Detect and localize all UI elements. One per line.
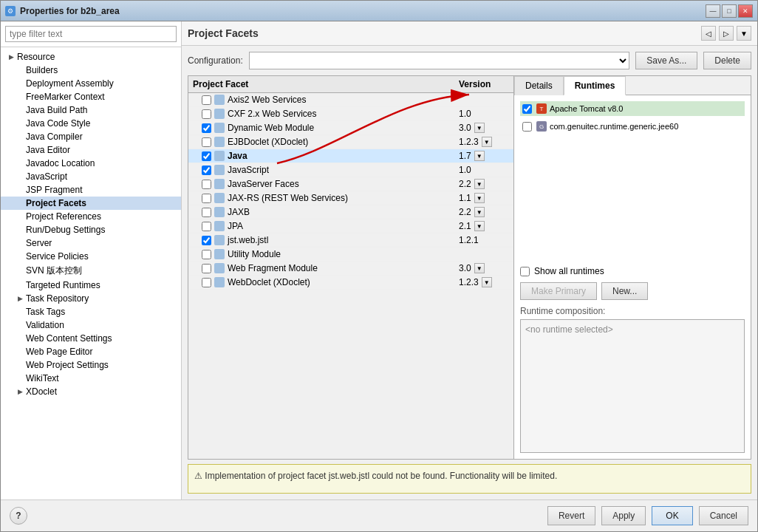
make-primary-button[interactable]: Make Primary (520, 282, 597, 300)
expand-arrow-web-content-settings (16, 334, 24, 343)
revert-button[interactable]: Revert (547, 506, 595, 525)
facet-checkbox-2[interactable] (202, 123, 211, 133)
sidebar-item-run-debug-settings[interactable]: Run/Debug Settings (1, 223, 181, 236)
sidebar-item-task-repository[interactable]: ▶Task Repository (1, 292, 181, 305)
sidebar-item-jsp-fragment[interactable]: JSP Fragment (1, 183, 181, 197)
sidebar-item-label-java-compiler: Java Compiler (26, 132, 175, 142)
facet-checkbox-5[interactable] (202, 166, 211, 175)
sidebar-item-resource[interactable]: ▶Resource (1, 50, 181, 64)
save-as-button[interactable]: Save As... (635, 52, 697, 69)
sidebar-item-label-resource: Resource (17, 52, 175, 62)
facet-version-7: 1.1 (459, 193, 471, 203)
sidebar-item-javadoc-location[interactable]: Javadoc Location (1, 157, 181, 170)
sidebar-item-svn-version-control[interactable]: SVN 版本控制 (1, 263, 181, 279)
facet-version-dropdown-3[interactable]: ▼ (482, 137, 492, 147)
config-select[interactable] (249, 52, 630, 69)
facet-checkbox-4[interactable] (202, 151, 211, 161)
facet-checkbox-8[interactable] (202, 208, 211, 217)
expand-arrow-svn-version-control (16, 267, 24, 276)
facet-checkbox-7[interactable] (202, 194, 211, 203)
sidebar-item-xdoclet[interactable]: ▶XDoclet (1, 385, 181, 398)
facet-checkbox-11[interactable] (202, 250, 211, 259)
cancel-button[interactable]: Cancel (699, 506, 748, 525)
facet-version-9: 2.1 (459, 221, 471, 231)
runtimes-panel: Details Runtimes TApache Tomcat v8.0Gcom… (514, 76, 751, 459)
sidebar-item-project-references[interactable]: Project References (1, 210, 181, 223)
facet-version-dropdown-9[interactable]: ▼ (474, 221, 485, 231)
sidebar-item-project-facets[interactable]: Project Facets (1, 197, 181, 210)
sidebar-item-java-editor[interactable]: Java Editor (1, 143, 181, 157)
runtime-label-1: com.genuitec.runtime.generic.jee60 (550, 122, 678, 131)
forward-button[interactable]: ▷ (719, 26, 734, 41)
facet-version-cell-13: 1.2.3▼ (454, 276, 513, 290)
sidebar-item-validation[interactable]: Validation (1, 318, 181, 332)
table-row: Web Fragment Module3.0▼ (188, 262, 513, 276)
delete-button[interactable]: Delete (703, 52, 751, 69)
help-button[interactable]: ? (10, 507, 27, 525)
new-runtime-button[interactable]: New... (601, 282, 648, 300)
facet-checkbox-9[interactable] (202, 222, 211, 231)
facet-version-dropdown-6[interactable]: ▼ (474, 179, 485, 189)
main-body: Configuration: Save As... Delete Project… (182, 46, 757, 499)
main-panel: Project Facets ◁ ▷ ▼ Configuration: Save… (182, 21, 757, 499)
runtime-checkbox-1[interactable] (522, 122, 532, 132)
facet-checkbox-6[interactable] (202, 180, 211, 189)
show-all-runtimes-checkbox[interactable] (520, 267, 530, 276)
minimize-button[interactable]: — (706, 4, 720, 18)
sidebar-item-label-web-page-editor: Web Page Editor (26, 347, 175, 357)
facet-checkbox-1[interactable] (202, 109, 211, 119)
sidebar-item-java-code-style[interactable]: Java Code Style (1, 117, 181, 130)
facet-version-dropdown-2[interactable]: ▼ (474, 123, 485, 133)
menu-button[interactable]: ▼ (737, 26, 751, 41)
facet-checkbox-3[interactable] (202, 137, 211, 147)
facet-icon-11 (214, 249, 225, 259)
sidebar-item-wikitext[interactable]: WikiText (1, 372, 181, 385)
sidebar-item-deployment-assembly[interactable]: Deployment Assembly (1, 77, 181, 90)
table-row: Axis2 Web Services (188, 93, 513, 107)
facet-checkbox-10[interactable] (202, 236, 211, 245)
maximize-button[interactable]: □ (722, 4, 737, 18)
sidebar-item-task-tags[interactable]: Task Tags (1, 305, 181, 318)
sidebar-item-service-policies[interactable]: Service Policies (1, 250, 181, 263)
facet-version-dropdown-7[interactable]: ▼ (474, 193, 485, 203)
sidebar-item-javascript[interactable]: JavaScript (1, 170, 181, 183)
sidebar-item-label-deployment-assembly: Deployment Assembly (26, 78, 175, 89)
sidebar-item-server[interactable]: Server (1, 236, 181, 250)
search-input[interactable] (5, 26, 177, 42)
back-button[interactable]: ◁ (701, 26, 716, 41)
facet-version-dropdown-4[interactable]: ▼ (474, 151, 485, 161)
apply-button[interactable]: Apply (601, 506, 646, 525)
facet-version-dropdown-8[interactable]: ▼ (474, 207, 485, 217)
facet-version-cell-1: 1.0 (454, 107, 513, 121)
tab-runtimes[interactable]: Runtimes (564, 76, 626, 95)
ok-button[interactable]: OK (652, 506, 692, 525)
facet-version-dropdown-13[interactable]: ▼ (482, 277, 492, 287)
facet-icon-9 (214, 221, 225, 231)
col-version-header: Version (454, 76, 513, 93)
sidebar-item-targeted-runtimes[interactable]: Targeted Runtimes (1, 279, 181, 292)
table-row: JAXB2.2▼ (188, 205, 513, 219)
sidebar-item-java-build-path[interactable]: Java Build Path (1, 103, 181, 117)
facet-checkbox-12[interactable] (202, 264, 211, 273)
facet-label-3: EJBDoclet (XDoclet) (228, 137, 308, 147)
table-row: JAX-RS (REST Web Services)1.1▼ (188, 191, 513, 205)
facet-checkbox-0[interactable] (202, 95, 211, 105)
tab-details[interactable]: Details (514, 76, 564, 95)
facet-checkbox-13[interactable] (202, 278, 211, 287)
expand-arrow-javadoc-location (16, 159, 24, 168)
facet-label-9: JPA (228, 221, 243, 231)
sidebar-item-label-targeted-runtimes: Targeted Runtimes (26, 280, 175, 290)
sidebar-item-web-project-settings[interactable]: Web Project Settings (1, 358, 181, 372)
close-button[interactable]: ✕ (738, 4, 753, 18)
sidebar-item-web-page-editor[interactable]: Web Page Editor (1, 345, 181, 358)
sidebar-item-java-compiler[interactable]: Java Compiler (1, 130, 181, 143)
facet-label-4: Java (228, 151, 247, 161)
sidebar-item-label-javadoc-location: Javadoc Location (26, 158, 175, 168)
sidebar-item-web-content-settings[interactable]: Web Content Settings (1, 332, 181, 345)
sidebar-item-builders[interactable]: Builders (1, 64, 181, 77)
facet-version-dropdown-12[interactable]: ▼ (474, 263, 485, 273)
sidebar-item-freemarker-context[interactable]: FreeMarker Context (1, 90, 181, 103)
runtime-checkbox-0[interactable] (522, 104, 532, 114)
facet-label-11: Utility Module (228, 249, 281, 259)
facet-icon-7 (214, 193, 225, 203)
